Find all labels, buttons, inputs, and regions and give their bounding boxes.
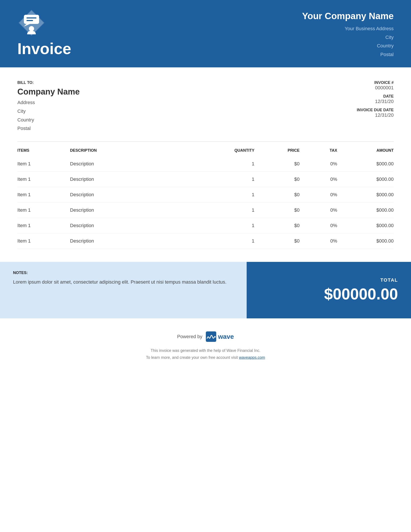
cell-qty-4: 1: [206, 218, 255, 233]
waveapps-link[interactable]: waveapps.com: [239, 355, 265, 360]
cell-item-3: Item 1: [17, 202, 70, 218]
cell-tax-4: 0%: [300, 218, 337, 233]
cell-item-5: Item 1: [17, 233, 70, 249]
invoice-header: Invoice Your Company Name Your Business …: [0, 0, 411, 67]
total-block: TOTAL $00000.00: [247, 262, 411, 318]
due-date-row: INVOICE DUE DATE 12/31/20: [357, 108, 394, 118]
svg-rect-0: [24, 15, 39, 24]
cell-tax-2: 0%: [300, 187, 337, 202]
cell-price-0: $0: [255, 156, 300, 172]
table-row: Item 1 Description 1 $0 0% $000.00: [17, 187, 394, 202]
cell-tax-1: 0%: [300, 171, 337, 187]
company-name: Your Company Name: [302, 11, 394, 21]
cell-amount-2: $000.00: [337, 187, 394, 202]
powered-by-text: Powered by: [177, 334, 202, 340]
footer-legal-line2: To learn more, and create your own free …: [146, 355, 238, 360]
cell-qty-3: 1: [206, 202, 255, 218]
business-country: Country: [302, 41, 394, 50]
cell-item-4: Item 1: [17, 218, 70, 233]
notes-text: Lorem ipsum dolor sit amet, consectetur …: [13, 278, 234, 286]
cell-desc-5: Description: [70, 233, 206, 249]
due-date-label: INVOICE DUE DATE: [357, 108, 394, 112]
date-value: 12/31/20: [357, 99, 394, 104]
cell-price-4: $0: [255, 218, 300, 233]
header-left: Invoice: [17, 9, 71, 57]
cell-amount-3: $000.00: [337, 202, 394, 218]
cell-amount-5: $000.00: [337, 233, 394, 249]
total-amount: $00000.00: [324, 285, 398, 303]
col-header-price: PRICE: [255, 142, 300, 156]
wave-logo: wave: [206, 332, 234, 342]
due-date-value: 12/31/20: [357, 112, 394, 118]
cell-tax-5: 0%: [300, 233, 337, 249]
table-row: Item 1 Description 1 $0 0% $000.00: [17, 171, 394, 187]
items-table: ITEMS DESCRIPTION QUANTITY PRICE TAX AMO…: [17, 142, 394, 249]
table-row: Item 1 Description 1 $0 0% $000.00: [17, 233, 394, 249]
info-section: BILL TO: Company Name Address City Count…: [0, 67, 411, 141]
footer-section: NOTES: Lorem ipsum dolor sit amet, conse…: [0, 262, 411, 318]
col-header-amount: AMOUNT: [337, 142, 394, 156]
date-row: DATE 12/31/20: [357, 94, 394, 104]
cell-item-2: Item 1: [17, 187, 70, 202]
invoice-number-label: INVOICE #: [357, 80, 394, 85]
table-row: Item 1 Description 1 $0 0% $000.00: [17, 218, 394, 233]
table-header-row: ITEMS DESCRIPTION QUANTITY PRICE TAX AMO…: [17, 142, 394, 156]
client-postal: Postal: [17, 124, 80, 133]
wave-logo-icon: [17, 9, 46, 37]
invoice-title: Invoice: [17, 41, 71, 57]
cell-tax-0: 0%: [300, 156, 337, 172]
powered-by-row: Powered by wave: [177, 332, 234, 342]
cell-price-5: $0: [255, 233, 300, 249]
total-label: TOTAL: [380, 277, 398, 283]
bill-to-label: BILL TO:: [17, 80, 80, 85]
business-city: City: [302, 33, 394, 42]
cell-price-3: $0: [255, 202, 300, 218]
svg-rect-4: [27, 20, 33, 21]
svg-rect-3: [27, 17, 37, 19]
cell-desc-2: Description: [70, 187, 206, 202]
invoice-meta: INVOICE # 0000001 DATE 12/31/20 INVOICE …: [357, 80, 394, 119]
cell-amount-0: $000.00: [337, 156, 394, 172]
table-body: Item 1 Description 1 $0 0% $000.00 Item …: [17, 156, 394, 249]
notes-label: NOTES:: [13, 271, 234, 275]
powered-section: Powered by wave This invoice was generat…: [0, 318, 411, 370]
col-header-tax: TAX: [300, 142, 337, 156]
client-address: Address: [17, 98, 80, 107]
footer-legal-line1: This invoice was generated with the help…: [151, 348, 261, 353]
cell-item-0: Item 1: [17, 156, 70, 172]
wave-brand-icon: [206, 332, 216, 342]
date-label: DATE: [357, 94, 394, 99]
col-header-description: DESCRIPTION: [70, 142, 206, 156]
header-right: Your Company Name Your Business Address …: [302, 9, 394, 59]
cell-amount-4: $000.00: [337, 218, 394, 233]
invoice-number-row: INVOICE # 0000001: [357, 80, 394, 91]
footer-legal: This invoice was generated with the help…: [146, 347, 265, 361]
cell-tax-3: 0%: [300, 202, 337, 218]
cell-price-2: $0: [255, 187, 300, 202]
client-country: Country: [17, 116, 80, 124]
notes-block: NOTES: Lorem ipsum dolor sit amet, conse…: [0, 262, 247, 318]
cell-desc-0: Description: [70, 156, 206, 172]
col-header-quantity: QUANTITY: [206, 142, 255, 156]
cell-qty-5: 1: [206, 233, 255, 249]
col-header-items: ITEMS: [17, 142, 70, 156]
cell-desc-3: Description: [70, 202, 206, 218]
cell-amount-1: $000.00: [337, 171, 394, 187]
cell-qty-1: 1: [206, 171, 255, 187]
client-name: Company Name: [17, 87, 80, 96]
svg-point-2: [29, 26, 34, 31]
cell-qty-0: 1: [206, 156, 255, 172]
business-postal: Postal: [302, 50, 394, 59]
cell-item-1: Item 1: [17, 171, 70, 187]
invoice-number-value: 0000001: [357, 85, 394, 91]
table-row: Item 1 Description 1 $0 0% $000.00: [17, 202, 394, 218]
client-city: City: [17, 107, 80, 116]
cell-desc-4: Description: [70, 218, 206, 233]
cell-desc-1: Description: [70, 171, 206, 187]
cell-price-1: $0: [255, 171, 300, 187]
table-row: Item 1 Description 1 $0 0% $000.00: [17, 156, 394, 172]
bill-to-block: BILL TO: Company Name Address City Count…: [17, 80, 80, 133]
business-address: Your Business Address: [302, 24, 394, 33]
wave-brand-name: wave: [218, 333, 234, 340]
cell-qty-2: 1: [206, 187, 255, 202]
